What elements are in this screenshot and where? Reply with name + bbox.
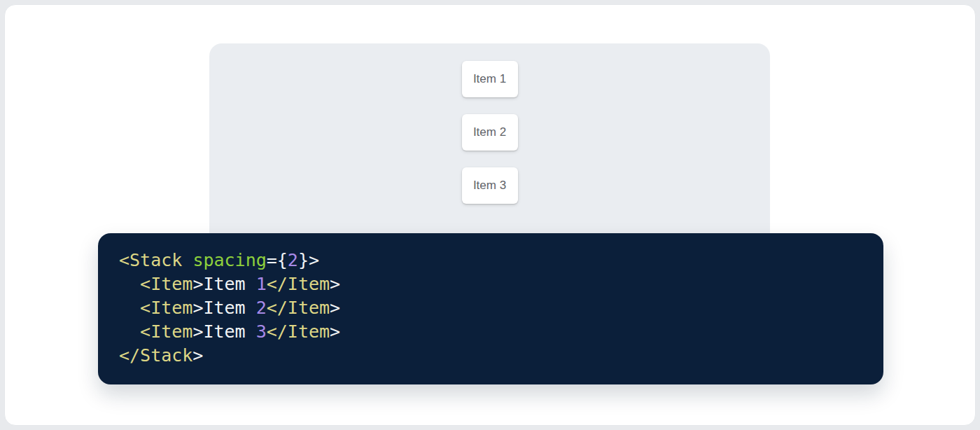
code-line: <Item>Item 2</Item> xyxy=(119,296,862,320)
code-token-plain: > xyxy=(330,274,340,294)
code-token-attr: spacing xyxy=(192,250,266,270)
stack-demo: Item 1 Item 2 Item 3 xyxy=(209,43,770,204)
code-block: <Stack spacing={2}> <Item>Item 1</Item> … xyxy=(98,233,883,384)
code-token-tag: </Item xyxy=(267,321,330,342)
page-background: Item 1 Item 2 Item 3 <Stack spacing={2}>… xyxy=(0,0,980,430)
stack-item-label: Item 2 xyxy=(473,125,506,139)
stack-item-label: Item 3 xyxy=(473,179,506,193)
code-token-plain xyxy=(182,250,192,270)
code-line: </Stack> xyxy=(119,344,862,368)
demo-panel: Item 1 Item 2 Item 3 xyxy=(209,43,770,254)
stack-item: Item 2 xyxy=(462,114,518,151)
code-token-plain xyxy=(119,274,140,294)
code-token-tag: </Item xyxy=(267,274,330,294)
code-token-plain xyxy=(119,321,140,342)
code-token-plain xyxy=(119,298,140,318)
code-token-num: 1 xyxy=(256,274,267,294)
code-line: <Item>Item 3</Item> xyxy=(119,320,862,344)
code-token-num: 3 xyxy=(256,321,267,342)
code-token-plain: >Item xyxy=(192,274,255,294)
code-token-tag: <Stack xyxy=(119,250,182,270)
code-token-tag: <Item xyxy=(140,298,192,318)
code-token-tag: </Item xyxy=(267,298,330,318)
stack-item: Item 1 xyxy=(462,61,518,97)
stack-item-label: Item 1 xyxy=(473,72,506,86)
code-token-tag: <Item xyxy=(140,274,192,294)
code-token-plain: }> xyxy=(298,250,319,270)
code-token-num: 2 xyxy=(256,298,267,318)
code-token-plain: >Item xyxy=(192,321,255,342)
code-token-plain: > xyxy=(330,321,340,342)
code-token-plain: >Item xyxy=(192,298,255,318)
code-line: <Stack spacing={2}> xyxy=(119,249,862,272)
code-token-tag: </Stack xyxy=(119,345,192,366)
stack-item: Item 3 xyxy=(462,167,518,204)
code-token-plain: ={ xyxy=(267,250,288,270)
code-token-plain: > xyxy=(192,345,203,366)
code-token-plain: > xyxy=(330,298,340,318)
code-token-num: 2 xyxy=(288,250,298,270)
code-line: <Item>Item 1</Item> xyxy=(119,272,862,296)
code-token-tag: <Item xyxy=(140,321,192,342)
code-content: <Stack spacing={2}> <Item>Item 1</Item> … xyxy=(119,249,862,368)
